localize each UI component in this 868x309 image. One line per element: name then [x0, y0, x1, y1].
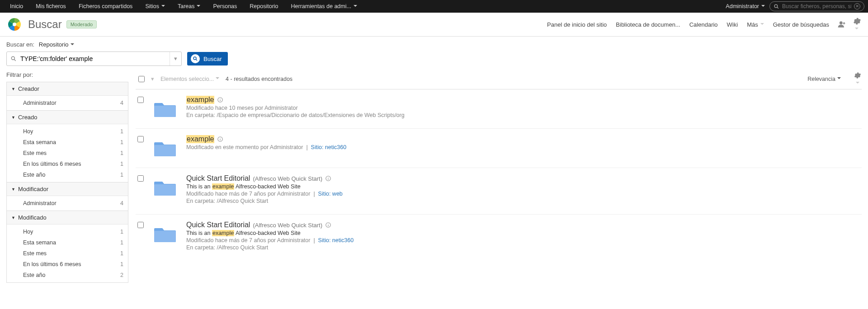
facet-header[interactable]: ▼Creado	[7, 111, 128, 124]
info-icon[interactable]	[325, 175, 331, 182]
result-count: 4 - resultados encontrados	[226, 76, 292, 82]
svg-point-8	[193, 57, 196, 60]
global-search[interactable]: ✕	[769, 1, 864, 11]
search-icon	[7, 56, 20, 62]
sort-select[interactable]: Relevancia	[807, 76, 841, 82]
query-history-dropdown[interactable]: ▾	[170, 52, 181, 66]
topnav-item[interactable]: Tareas	[171, 0, 207, 13]
sitenav-item[interactable]: Más	[747, 21, 764, 28]
topnav-item[interactable]: Repositorio	[243, 0, 284, 13]
facet-group: ▼ModificadoHoy1Esta semana1Este mes1En l…	[6, 211, 128, 283]
folder-icon[interactable]	[152, 96, 178, 118]
select-all-checkbox[interactable]	[138, 76, 145, 82]
selected-items-menu[interactable]: Elementos seleccio...	[160, 76, 219, 82]
facet-header[interactable]: ▼Modificador	[7, 183, 128, 196]
info-icon[interactable]	[217, 97, 223, 103]
facet-group: ▼CreadoHoy1Esta semana1Este mes1En los ú…	[6, 111, 128, 183]
folder-icon[interactable]	[152, 135, 178, 158]
filter-title: Filtrar por:	[6, 71, 128, 78]
facet-item[interactable]: Esta semana1	[7, 137, 128, 148]
svg-point-6	[11, 56, 14, 60]
filter-sidebar: Filtrar por: ▼CreadorAdministrator4▼Crea…	[6, 69, 128, 283]
sitenav-item[interactable]: Wiki	[727, 21, 738, 28]
sitenav-item[interactable]: Panel de inicio del sitio	[547, 21, 607, 28]
global-search-input[interactable]	[782, 3, 851, 9]
user-add-icon[interactable]	[837, 20, 846, 29]
result-row: example Modificado en este momento por A…	[136, 129, 862, 168]
topnav-item[interactable]: Ficheros compartidos	[72, 0, 139, 13]
scope-select[interactable]: Repositorio	[39, 41, 74, 48]
facet-group: ▼CreadorAdministrator4	[6, 82, 128, 111]
result-settings-gear-icon[interactable]	[854, 71, 862, 86]
svg-rect-22	[154, 231, 176, 242]
search-controls: Buscar en: Repositorio ▾ Buscar	[0, 37, 868, 69]
topnav-item[interactable]: Mis ficheros	[29, 0, 72, 13]
svg-point-3	[840, 21, 843, 24]
site-nav: Panel de inicio del sitioBiblioteca de d…	[547, 21, 829, 28]
result-site-link[interactable]: Sitio: web	[318, 191, 343, 197]
result-site-link[interactable]: Sitio: netic360	[318, 237, 354, 243]
facet-group: ▼ModificadorAdministrator4	[6, 183, 128, 211]
facet-item[interactable]: Administrator4	[7, 198, 128, 209]
topnav-item[interactable]: Sitios	[139, 0, 171, 13]
svg-point-0	[774, 5, 778, 8]
facet-item[interactable]: Este mes1	[7, 248, 128, 259]
result-site-link[interactable]: Sitio: netic360	[311, 144, 347, 150]
search-icon	[191, 54, 200, 63]
info-icon[interactable]	[325, 222, 331, 228]
svg-point-21	[328, 177, 328, 178]
search-button[interactable]: Buscar	[187, 52, 228, 66]
query-box[interactable]: ▾	[6, 52, 182, 66]
result-modified: Modificado hace 10 meses por Administrat…	[186, 105, 860, 111]
search-icon	[774, 4, 779, 9]
facet-item[interactable]: Este año2	[7, 270, 128, 281]
topnav-item[interactable]: Inicio	[4, 0, 29, 13]
facet-item[interactable]: Administrator4	[7, 98, 128, 108]
global-nav: InicioMis ficherosFicheros compartidosSi…	[4, 0, 363, 13]
topnav-item[interactable]: Herramientas de admi...	[285, 0, 363, 13]
facet-item[interactable]: Hoy1	[7, 226, 128, 237]
app-logo[interactable]	[6, 16, 23, 33]
site-settings-gear-icon[interactable]	[853, 17, 862, 33]
svg-line-9	[196, 59, 197, 61]
result-checkbox[interactable]	[137, 136, 144, 142]
svg-line-7	[14, 59, 15, 61]
facet-header[interactable]: ▼Creador	[7, 82, 128, 96]
facet-item[interactable]: Esta semana1	[7, 237, 128, 248]
sitenav-item[interactable]: Gestor de búsquedas	[773, 21, 829, 28]
facet-item[interactable]: Hoy1	[7, 126, 128, 137]
global-topbar: InicioMis ficherosFicheros compartidosSi…	[0, 0, 868, 13]
svg-point-13	[220, 98, 221, 99]
facet-item[interactable]: En los últimos 6 meses1	[7, 159, 128, 169]
svg-rect-18	[154, 184, 176, 196]
result-modified: Modificado hace más de 7 años por Admini…	[186, 237, 860, 243]
result-title[interactable]: Quick Start Editorial (Alfresco Web Quic…	[186, 221, 860, 229]
query-input[interactable]	[20, 55, 170, 62]
result-checkbox[interactable]	[137, 175, 144, 182]
result-checkbox[interactable]	[137, 97, 144, 103]
folder-icon[interactable]	[152, 221, 178, 251]
result-checkbox[interactable]	[137, 222, 144, 228]
facet-item[interactable]: En los últimos 6 meses1	[7, 259, 128, 270]
clear-search-icon[interactable]: ✕	[854, 3, 860, 9]
result-path: En carpeta: /Espacio de empresa/Dicciona…	[186, 112, 860, 118]
svg-rect-10	[154, 106, 176, 117]
result-row: Quick Start Editorial (Alfresco Web Quic…	[136, 215, 862, 261]
svg-point-25	[328, 224, 328, 224]
result-title[interactable]: example	[186, 135, 860, 143]
info-icon[interactable]	[217, 136, 223, 142]
sitenav-item[interactable]: Calendario	[689, 21, 718, 28]
topnav-item[interactable]: Personas	[207, 0, 243, 13]
facet-item[interactable]: Este mes1	[7, 148, 128, 159]
results-toolbar: ▾ Elementos seleccio... 4 - resultados e…	[136, 69, 862, 89]
result-modified: Modificado en este momento por Administr…	[186, 144, 860, 150]
sitenav-item[interactable]: Biblioteca de documen...	[616, 21, 680, 28]
facet-header[interactable]: ▼Modificado	[7, 211, 128, 225]
facet-item[interactable]: Este año1	[7, 169, 128, 180]
result-title[interactable]: Quick Start Editorial (Alfresco Web Quic…	[186, 174, 860, 183]
svg-point-2	[13, 23, 16, 26]
user-menu[interactable]: Administrator	[721, 3, 769, 9]
result-title[interactable]: example	[186, 96, 860, 104]
folder-icon[interactable]	[152, 174, 178, 204]
visibility-badge: Moderado	[66, 20, 97, 28]
